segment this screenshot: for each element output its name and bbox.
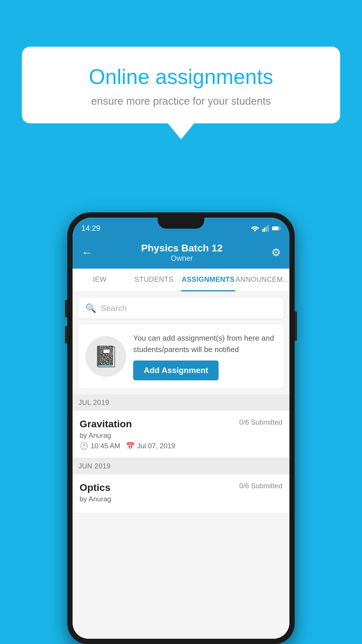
assignment-date: Jul 07, 2019 xyxy=(137,442,175,450)
calendar-icon: 📅 xyxy=(126,442,135,450)
content-area: 🔍 Search 📓 You can add assignment(s) fro… xyxy=(73,292,289,639)
side-button-volume-down xyxy=(65,326,67,344)
assignment-item-optics[interactable]: Optics 0/6 Submitted by Anurag xyxy=(73,474,289,513)
header-subtitle: Owner xyxy=(141,254,223,263)
battery-icon xyxy=(272,226,281,231)
info-description: You can add assignment(s) from here and … xyxy=(133,332,277,355)
assignment-name-optics: Optics xyxy=(80,482,110,493)
assignment-by-optics: by Anurag xyxy=(80,495,282,503)
tab-students[interactable]: STUDENTS xyxy=(127,269,181,291)
section-jul-2019: JUL 2019 xyxy=(73,394,289,411)
search-icon: 🔍 xyxy=(85,303,96,313)
assignment-icon-circle: 📓 xyxy=(85,336,126,377)
section-jun-2019: JUN 2019 xyxy=(73,458,289,474)
status-icons xyxy=(251,225,281,232)
clock-icon: 🕐 xyxy=(80,442,88,450)
tab-announcements[interactable]: ANNOUNCEM... xyxy=(235,269,289,291)
promo-card: Online assignments ensure more practice … xyxy=(22,47,340,139)
add-assignment-button[interactable]: Add Assignment xyxy=(133,360,219,380)
promo-subtitle: ensure more practice for your students xyxy=(42,95,320,107)
status-time: 14:29 xyxy=(81,224,100,233)
assignment-top-optics: Optics 0/6 Submitted xyxy=(80,482,282,493)
app-header: ← Physics Batch 12 Owner ⚙ xyxy=(73,237,289,269)
side-button-power xyxy=(295,312,297,341)
phone-frame: 14:29 xyxy=(67,212,295,644)
assignment-by: by Anurag xyxy=(80,431,282,440)
search-placeholder: Search xyxy=(101,304,127,313)
wifi-icon xyxy=(251,225,259,232)
info-card: 📓 You can add assignment(s) from here an… xyxy=(78,324,284,388)
settings-icon[interactable]: ⚙ xyxy=(271,246,281,259)
side-button-volume-up xyxy=(65,300,67,317)
header-title: Physics Batch 12 xyxy=(141,242,223,254)
assignment-item-gravitation[interactable]: Gravitation 0/6 Submitted by Anurag 🕐 10… xyxy=(73,411,289,458)
svg-rect-3 xyxy=(267,225,269,232)
meta-time: 🕐 10:45 AM xyxy=(80,442,120,450)
signal-icon xyxy=(262,225,269,232)
assignment-submitted: 0/6 Submitted xyxy=(239,418,282,426)
tab-assignments[interactable]: ASSIGNMENTS xyxy=(181,269,235,291)
notebook-icon: 📓 xyxy=(93,344,119,368)
svg-rect-0 xyxy=(262,229,263,232)
speech-bubble: Online assignments ensure more practice … xyxy=(22,47,340,123)
assignment-time: 10:45 AM xyxy=(91,442,120,450)
speech-bubble-tail xyxy=(168,123,194,139)
svg-rect-6 xyxy=(280,228,281,229)
tabs-bar: IEW STUDENTS ASSIGNMENTS ANNOUNCEM... xyxy=(73,269,289,292)
promo-title: Online assignments xyxy=(42,64,320,89)
back-button[interactable]: ← xyxy=(81,246,92,259)
svg-rect-5 xyxy=(272,227,278,230)
assignment-meta: 🕐 10:45 AM 📅 Jul 07, 2019 xyxy=(80,442,282,450)
svg-rect-2 xyxy=(266,226,267,232)
meta-date: 📅 Jul 07, 2019 xyxy=(126,442,175,450)
info-right: You can add assignment(s) from here and … xyxy=(133,332,277,380)
assignment-submitted-optics: 0/6 Submitted xyxy=(239,482,282,490)
header-center: Physics Batch 12 Owner xyxy=(141,242,223,263)
phone-screen: 14:29 xyxy=(73,218,289,639)
search-bar[interactable]: 🔍 Search xyxy=(78,298,284,318)
phone-notch xyxy=(158,218,204,229)
assignment-top: Gravitation 0/6 Submitted xyxy=(80,418,282,430)
tab-iew[interactable]: IEW xyxy=(73,269,127,291)
assignment-name: Gravitation xyxy=(80,418,132,430)
svg-rect-1 xyxy=(264,228,265,232)
